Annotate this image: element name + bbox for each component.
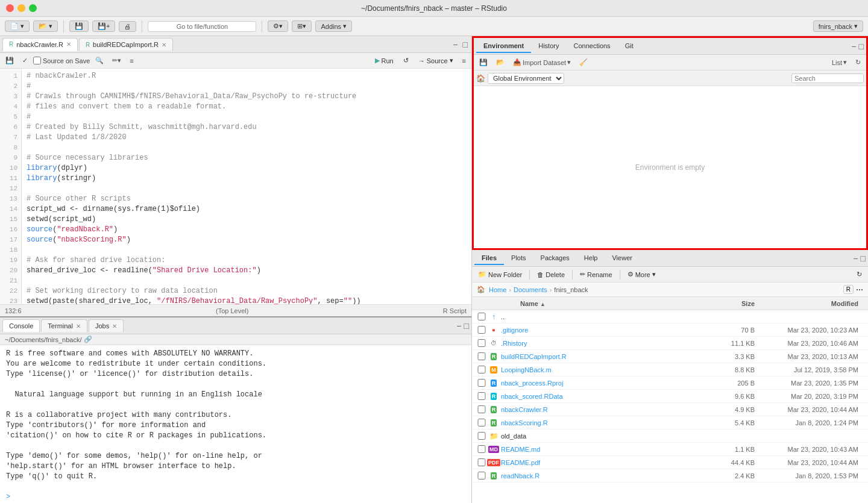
sections-button[interactable]: ≡ — [127, 56, 136, 66]
goto-file-button[interactable]: Go to file/function — [148, 21, 256, 32]
file-name-buildredcap[interactable]: buildREDCapImport.R — [501, 353, 706, 360]
tab-help[interactable]: Help — [577, 252, 605, 265]
source-button[interactable]: → Source▾ — [415, 55, 457, 66]
code-editor[interactable]: 12345 678910 1112131415 1617181920 21222… — [0, 69, 471, 304]
file-name-nbackscored[interactable]: nback_scored.RData — [501, 393, 706, 400]
tab-environment[interactable]: Environment — [476, 40, 531, 53]
checkbox-gitignore[interactable] — [477, 326, 486, 334]
project-button[interactable]: fnirs_nback▾ — [813, 20, 863, 32]
checkbox-up[interactable] — [477, 313, 486, 320]
name-header[interactable]: Name ▲ — [489, 300, 706, 307]
minimize-console-button[interactable]: − — [456, 321, 461, 331]
file-name-loopingnback[interactable]: LoopingNBack.m — [501, 366, 706, 373]
file-name-gitignore[interactable]: .gitignore — [501, 326, 706, 334]
file-name-nbackcrawler[interactable]: nbackCrawler.R — [501, 406, 706, 413]
addins-button[interactable]: Addins▾ — [315, 20, 352, 32]
minimize-files-button[interactable]: − — [853, 254, 858, 263]
env-search-input[interactable] — [791, 73, 864, 83]
minimize-button[interactable] — [17, 4, 25, 12]
grid-button[interactable]: ⊞▾ — [292, 20, 312, 32]
env-save-button[interactable]: 💾 — [476, 57, 491, 67]
checkbox-nbackscoring[interactable] — [477, 419, 486, 426]
print-button[interactable]: 🖨 — [119, 21, 136, 32]
close-button[interactable] — [6, 4, 14, 12]
checkbox-readnback[interactable] — [477, 472, 486, 480]
breadcrumb-r-button[interactable]: R — [843, 285, 854, 294]
jobs-tab-close[interactable]: ✕ — [112, 323, 117, 330]
source-on-save-checkbox[interactable] — [33, 57, 41, 64]
maximize-editor-button[interactable]: □ — [462, 39, 469, 51]
checkbox-olddata[interactable] — [477, 432, 486, 440]
code-content[interactable]: # nbackCrawler.R # # Crawls through CAMN… — [22, 69, 471, 304]
file-name-readme-pdf[interactable]: README.pdf — [501, 459, 706, 466]
tab-close-1[interactable]: ✕ — [66, 41, 71, 48]
file-name-up[interactable]: .. — [501, 313, 706, 320]
delete-button[interactable]: 🗑 Delete — [533, 270, 568, 280]
checkbox-nbackprocess[interactable] — [477, 379, 486, 387]
size-header[interactable]: Size — [706, 300, 755, 307]
breadcrumb-home[interactable]: Home — [489, 286, 506, 293]
tab-history[interactable]: History — [531, 40, 566, 53]
run-button[interactable]: ▶ Run — [371, 55, 397, 66]
open-file-button[interactable]: 📂▾ — [33, 20, 58, 32]
code-line-18 — [27, 245, 467, 255]
tab-plots[interactable]: Plots — [504, 252, 533, 265]
env-refresh-button[interactable]: ↻ — [852, 57, 864, 67]
checkbox-rhistory[interactable] — [477, 339, 486, 347]
env-open-button[interactable]: 📂 — [493, 57, 508, 67]
file-name-olddata[interactable]: old_data — [501, 433, 706, 440]
checkbox-nbackcrawler[interactable] — [477, 405, 486, 413]
checkbox-readme-pdf[interactable] — [477, 458, 486, 466]
tab-jobs[interactable]: Jobs ✕ — [89, 319, 124, 332]
save-all-button[interactable]: 💾+ — [92, 20, 115, 32]
console-content[interactable]: R is free software and comes with ABSOLU… — [0, 345, 471, 503]
tab-terminal[interactable]: Terminal ✕ — [41, 319, 87, 332]
rerun-button[interactable]: ↺ — [400, 55, 412, 66]
save-editor-button[interactable]: 💾 — [2, 55, 17, 66]
maximize-env-button[interactable]: □ — [859, 42, 864, 51]
tab-buildredcap[interactable]: R buildREDCapImport.R ✕ — [79, 38, 173, 51]
tab-connections[interactable]: Connections — [566, 40, 617, 53]
file-name-nbackscoring[interactable]: nbackScoring.R — [501, 419, 706, 426]
maximize-console-button[interactable]: □ — [464, 321, 469, 331]
terminal-tab-close[interactable]: ✕ — [76, 323, 81, 330]
checkbox-readme-md[interactable] — [477, 445, 486, 453]
tab-close-2[interactable]: ✕ — [162, 42, 166, 48]
modified-header[interactable]: Modified — [755, 300, 863, 307]
tab-packages[interactable]: Packages — [533, 252, 577, 265]
search-editor-button[interactable]: 🔍 — [92, 55, 107, 66]
new-file-button[interactable]: 📄▾ — [5, 20, 30, 32]
file-name-readnback[interactable]: readNback.R — [501, 472, 706, 480]
editor-options-button[interactable]: ≡ — [459, 56, 469, 66]
clear-env-button[interactable]: 🧹 — [576, 57, 591, 67]
file-name-nbackprocess[interactable]: nback_process.Rproj — [501, 380, 706, 387]
tab-console[interactable]: Console — [2, 319, 40, 332]
lint-button[interactable]: ✓ — [19, 55, 31, 66]
format-button[interactable]: ✏▾ — [109, 55, 124, 66]
breadcrumb-more-button[interactable]: ⋯ — [856, 286, 863, 294]
breadcrumb-documents[interactable]: Documents — [514, 286, 547, 293]
tab-nbackcrawler[interactable]: R nbackCrawler.R ✕ — [2, 38, 78, 51]
minimize-editor-button[interactable]: − — [451, 39, 459, 51]
file-name-rhistory[interactable]: .Rhistory — [501, 340, 706, 347]
window-controls[interactable] — [6, 4, 37, 12]
maximize-files-button[interactable]: □ — [861, 254, 866, 263]
more-button[interactable]: ⚙ More▾ — [624, 269, 659, 280]
save-button[interactable]: 💾 — [69, 20, 89, 32]
list-view-button[interactable]: List▾ — [829, 57, 850, 67]
files-refresh-button[interactable]: ↻ — [853, 269, 866, 280]
checkbox-nbackscored[interactable] — [477, 392, 486, 400]
maximize-button[interactable] — [29, 4, 37, 12]
checkbox-buildredcap[interactable] — [477, 352, 486, 360]
environment-selector[interactable]: Global Environment — [488, 73, 564, 84]
tools-button[interactable]: ⚙▾ — [268, 20, 288, 32]
minimize-env-button[interactable]: − — [851, 42, 856, 51]
checkbox-loopingnback[interactable] — [477, 366, 486, 373]
tab-viewer[interactable]: Viewer — [605, 252, 639, 265]
file-name-readme-md[interactable]: README.md — [501, 446, 706, 453]
rename-button[interactable]: ✏ Rename — [576, 269, 616, 280]
import-dataset-button[interactable]: 📥 Import Dataset▾ — [510, 57, 574, 67]
tab-files[interactable]: Files — [474, 252, 504, 265]
new-folder-button[interactable]: 📁 New Folder — [474, 269, 526, 280]
tab-git[interactable]: Git — [618, 40, 641, 53]
